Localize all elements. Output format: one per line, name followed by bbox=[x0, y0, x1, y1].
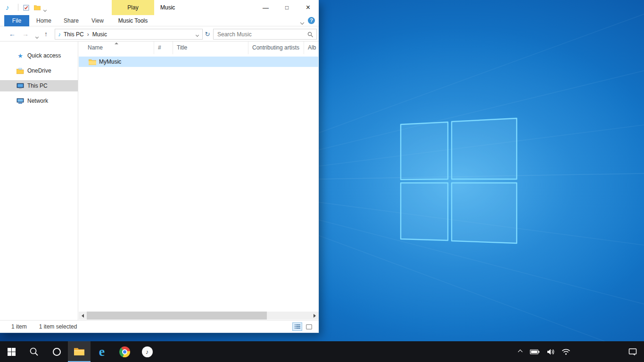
forward-button[interactable]: → bbox=[22, 27, 29, 41]
file-name: MyMusic bbox=[99, 58, 121, 65]
status-bar: 1 item 1 item selected bbox=[0, 320, 319, 333]
scroll-left-button[interactable] bbox=[79, 312, 87, 320]
tab-view[interactable]: View bbox=[87, 15, 108, 26]
sort-ascending-icon bbox=[115, 42, 118, 44]
star-icon: ★ bbox=[16, 52, 25, 59]
expand-ribbon-button[interactable] bbox=[301, 19, 304, 25]
file-explorer-icon bbox=[74, 347, 85, 356]
network-wifi-icon[interactable] bbox=[561, 348, 570, 355]
large-icons-view-icon bbox=[306, 324, 312, 329]
tab-home[interactable]: Home bbox=[33, 15, 55, 26]
taskbar-edge-button[interactable]: e bbox=[91, 341, 113, 362]
qat-new-folder-button[interactable] bbox=[33, 3, 41, 12]
music-note-app-icon: ♪ bbox=[6, 3, 9, 12]
chevron-down-icon bbox=[43, 8, 47, 12]
sidebar-item-quick-access[interactable]: ★ Quick access bbox=[0, 50, 78, 61]
window-controls: — □ × bbox=[255, 0, 319, 15]
action-center-button[interactable] bbox=[628, 348, 637, 356]
column-header-number[interactable]: # bbox=[154, 41, 173, 54]
column-label: Contributing artists bbox=[252, 44, 299, 51]
sidebar-item-label: Quick access bbox=[27, 52, 61, 59]
minimize-button[interactable]: — bbox=[255, 0, 276, 15]
taskbar-itunes-button[interactable]: ♪ bbox=[136, 341, 158, 362]
refresh-button[interactable]: ↻ bbox=[203, 29, 212, 40]
column-header-title[interactable]: Title bbox=[173, 41, 248, 54]
chevron-down-icon bbox=[196, 33, 199, 36]
triangle-left-icon bbox=[82, 314, 84, 318]
volume-icon[interactable] bbox=[547, 349, 554, 355]
play-tab-label: Play bbox=[127, 4, 138, 11]
sidebar-item-network[interactable]: Network bbox=[0, 95, 78, 107]
taskbar-file-explorer-button[interactable] bbox=[68, 341, 91, 362]
scrollbar-thumb[interactable] bbox=[87, 312, 267, 320]
column-header-name[interactable]: Name bbox=[79, 41, 154, 54]
horizontal-scrollbar[interactable] bbox=[79, 312, 319, 320]
edge-icon: e bbox=[99, 345, 105, 358]
computer-icon bbox=[16, 83, 25, 89]
navigation-pane: ★ Quick access OneDrive This PC bbox=[0, 41, 78, 320]
selection-count: 1 item selected bbox=[39, 323, 77, 330]
file-row-mymusic[interactable]: MyMusic bbox=[79, 57, 318, 67]
back-button[interactable]: ← bbox=[9, 27, 16, 41]
music-tools-play-tab[interactable]: Play bbox=[112, 0, 154, 15]
triangle-right-icon bbox=[314, 314, 316, 318]
column-header-contributing-artists[interactable]: Contributing artists bbox=[248, 41, 304, 54]
search-icon[interactable] bbox=[307, 32, 314, 39]
sidebar-item-onedrive[interactable]: OneDrive bbox=[0, 65, 78, 76]
breadcrumb-this-pc[interactable]: This PC bbox=[64, 31, 84, 38]
sidebar-item-label: This PC bbox=[27, 82, 48, 89]
tab-share[interactable]: Share bbox=[60, 15, 83, 26]
file-list: Name # Title Contributing artists Alb bbox=[79, 41, 319, 312]
sidebar-item-label: OneDrive bbox=[27, 67, 51, 74]
sidebar-item-this-pc[interactable]: This PC bbox=[0, 80, 78, 91]
sidebar-item-label: Network bbox=[27, 98, 48, 104]
chrome-icon bbox=[119, 346, 130, 357]
search-box bbox=[213, 29, 317, 40]
address-bar[interactable]: ♪ This PC › Music bbox=[55, 29, 203, 40]
help-button[interactable]: ? bbox=[308, 17, 315, 24]
divider bbox=[18, 4, 18, 11]
music-tools-group-label[interactable]: Music Tools bbox=[112, 15, 154, 26]
close-button[interactable]: × bbox=[297, 0, 319, 15]
taskbar-search-button[interactable] bbox=[23, 341, 45, 362]
navigation-toolbar: ← → ↑ ♪ This PC › Music ↻ bbox=[0, 27, 319, 41]
view-toggle-buttons bbox=[292, 322, 314, 331]
chevron-down-icon bbox=[35, 35, 39, 39]
folder-icon bbox=[89, 59, 96, 65]
column-header-album[interactable]: Alb bbox=[304, 41, 319, 54]
qat-customize-button[interactable] bbox=[44, 6, 46, 13]
address-dropdown-button[interactable] bbox=[196, 31, 198, 38]
column-headers: Name # Title Contributing artists Alb bbox=[79, 41, 319, 54]
column-label: Title bbox=[177, 44, 187, 51]
breadcrumb-music[interactable]: Music bbox=[92, 31, 107, 38]
search-icon bbox=[29, 347, 39, 356]
search-input[interactable] bbox=[214, 29, 306, 39]
cortana-button[interactable] bbox=[45, 341, 68, 362]
column-label: Alb bbox=[308, 44, 316, 51]
music-note-icon: ♪ bbox=[58, 31, 61, 38]
show-hidden-icons-button[interactable] bbox=[518, 349, 523, 354]
properties-icon bbox=[23, 5, 29, 11]
item-count: 1 item bbox=[11, 323, 27, 330]
details-view-button[interactable] bbox=[292, 322, 302, 331]
system-tray bbox=[519, 341, 644, 362]
folder-icon bbox=[34, 5, 41, 10]
window-titlebar[interactable]: ♪ Play Music — □ × bbox=[0, 0, 319, 15]
recent-locations-button[interactable] bbox=[36, 33, 38, 40]
tab-file[interactable]: File bbox=[4, 15, 29, 26]
start-button[interactable] bbox=[0, 341, 23, 362]
scroll-right-button[interactable] bbox=[311, 312, 319, 320]
action-center-icon bbox=[628, 348, 637, 356]
maximize-button[interactable]: □ bbox=[276, 0, 297, 15]
battery-icon[interactable] bbox=[530, 349, 540, 354]
large-icons-view-button[interactable] bbox=[304, 322, 314, 331]
windows-logo-icon bbox=[8, 348, 16, 356]
taskbar-chrome-button[interactable] bbox=[113, 341, 136, 362]
chevron-down-icon bbox=[300, 21, 304, 25]
breadcrumb-separator: › bbox=[87, 31, 89, 38]
cortana-icon bbox=[53, 348, 61, 356]
up-button[interactable]: ↑ bbox=[44, 27, 48, 41]
qat-properties-button[interactable] bbox=[22, 3, 30, 12]
window-title: Music bbox=[160, 0, 175, 15]
column-label: # bbox=[158, 44, 161, 51]
